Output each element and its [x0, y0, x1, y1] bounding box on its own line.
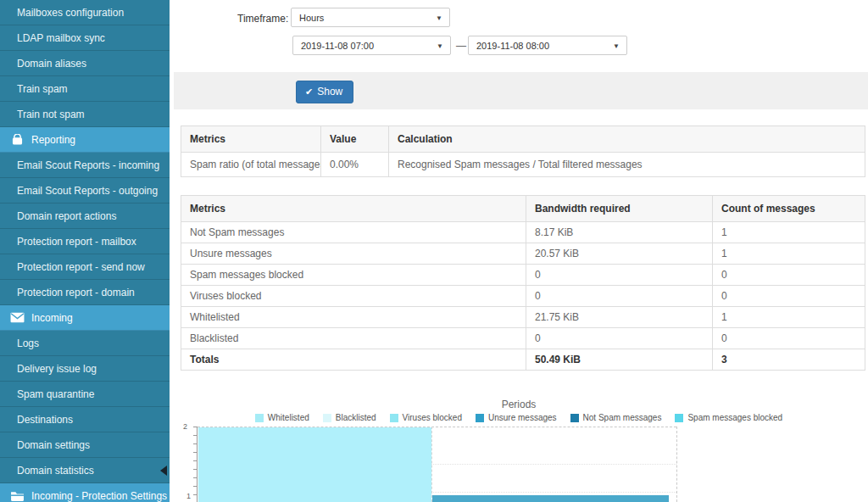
sidebar-item-email-scout-reports-incoming[interactable]: Email Scout Reports - incoming	[0, 153, 170, 178]
legend-item[interactable]: Not Spam messages	[570, 413, 662, 422]
table-cell: 0	[713, 328, 865, 349]
y-axis-tick	[193, 452, 197, 453]
y-axis	[197, 427, 198, 502]
sidebar-item-reporting[interactable]: Reporting	[0, 127, 170, 153]
sidebar-item-label: Mailboxes configuration	[17, 7, 124, 19]
date-from-select[interactable]: 2019-11-08 07:00 ▼	[292, 36, 451, 55]
legend-swatch	[390, 414, 398, 422]
sidebar-item-ldap-mailbox-sync[interactable]: LDAP mailbox sync	[0, 25, 170, 51]
sidebar-item-email-scout-reports-outgoing[interactable]: Email Scout Reports - outgoing	[0, 178, 170, 204]
legend-item[interactable]: Unsure messages	[476, 413, 557, 422]
sidebar-item-domain-settings[interactable]: Domain settings	[0, 432, 170, 458]
column-header: Metrics	[181, 126, 321, 153]
sidebar-item-label: Protection report - mailbox	[17, 236, 136, 248]
collapse-left-icon[interactable]	[160, 466, 167, 476]
sidebar-item-delivery-issue-log[interactable]: Delivery issue log	[0, 356, 170, 382]
table-cell: 0	[526, 328, 713, 349]
legend-label: Spam messages blocked	[687, 413, 782, 422]
y-axis-tick	[193, 427, 197, 427]
legend-swatch	[323, 414, 331, 422]
table-cell: 50.49 KiB	[526, 349, 713, 371]
sidebar: Mailboxes configurationLDAP mailbox sync…	[0, 0, 170, 502]
reports-icon	[10, 134, 25, 145]
sidebar-item-incoming[interactable]: Incoming	[0, 305, 170, 331]
table-row: Totals50.49 KiB3	[181, 349, 865, 371]
column-header: Bandwidth required	[526, 196, 713, 222]
table-cell: 20.57 KiB	[526, 243, 713, 265]
y-axis-tick	[193, 460, 197, 461]
sidebar-item-domain-statistics[interactable]: Domain statistics	[0, 458, 170, 483]
y-axis-tick	[193, 435, 197, 436]
main-content: Timeframe: Hours ▼ 2019-11-08 07:00 ▼ — …	[170, 0, 868, 502]
y-axis-tick	[193, 486, 197, 487]
sidebar-item-label: Domain settings	[17, 439, 90, 451]
sidebar-item-train-spam[interactable]: Train spam	[0, 76, 170, 102]
sidebar-item-label: Domain report actions	[17, 210, 116, 222]
sidebar-item-logs[interactable]: Logs	[0, 331, 170, 356]
legend-label: Viruses blocked	[403, 413, 462, 422]
sidebar-item-spam-quarantine[interactable]: Spam quarantine	[0, 382, 170, 407]
y-axis-tick-label: 2	[183, 422, 187, 431]
date-to-value: 2019-11-08 08:00	[476, 41, 549, 51]
sidebar-item-label: Delivery issue log	[17, 363, 97, 375]
table-row: Not Spam messages8.17 KiB1	[181, 222, 865, 243]
table-cell: 1	[713, 243, 865, 265]
sidebar-item-train-not-spam[interactable]: Train not spam	[0, 102, 170, 127]
sidebar-item-label: Email Scout Reports - outgoing	[17, 185, 158, 197]
y-axis-tick	[193, 469, 197, 470]
table-cell: Blacklisted	[181, 328, 526, 349]
y-axis-tick	[193, 494, 197, 495]
chevron-down-icon: ▼	[613, 42, 620, 50]
column-header: Metrics	[181, 196, 526, 222]
show-button[interactable]: ✔ Show	[296, 81, 353, 103]
legend-label: Not Spam messages	[583, 413, 662, 422]
periods-chart: Periods WhitelistedBlacklistedViruses bl…	[170, 388, 868, 502]
sidebar-item-label: Incoming - Protection Settings	[31, 490, 167, 502]
table-cell: Spam ratio (of total messages)	[181, 153, 321, 177]
timeframe-select[interactable]: Hours ▼	[291, 8, 450, 27]
legend-label: Blacklisted	[336, 413, 376, 422]
timeframe-label: Timeframe:	[237, 13, 288, 25]
sidebar-item-protection-report-domain[interactable]: Protection report - domain	[0, 280, 170, 305]
sidebar-item-protection-report-send-now[interactable]: Protection report - send now	[0, 254, 170, 280]
sidebar-item-label: Reporting	[31, 134, 75, 146]
legend-item[interactable]: Blacklisted	[323, 413, 376, 422]
legend-item[interactable]: Viruses blocked	[390, 413, 462, 422]
table-row: Viruses blocked00	[181, 286, 865, 307]
table-cell: 21.75 KiB	[526, 307, 713, 328]
table-row: Spam ratio (of total messages)0.00%Recog…	[181, 153, 865, 177]
legend-swatch	[675, 414, 683, 422]
sidebar-item-label: Domain aliases	[17, 58, 86, 70]
chart-title: Periods	[170, 399, 868, 410]
sidebar-item-label: Train spam	[17, 83, 68, 95]
legend-item[interactable]: Spam messages blocked	[675, 413, 782, 422]
plot-period-divider	[431, 427, 432, 502]
table-row: Blacklisted00	[181, 328, 865, 349]
table-cell: 0	[713, 286, 865, 307]
sidebar-item-label: Protection report - send now	[17, 261, 145, 273]
sidebar-item-label: Protection report - domain	[17, 287, 135, 298]
sidebar-item-domain-report-actions[interactable]: Domain report actions	[0, 204, 170, 229]
sidebar-item-mailboxes-configuration[interactable]: Mailboxes configuration	[0, 0, 170, 25]
legend-label: Unsure messages	[488, 413, 557, 422]
sidebar-item-destinations[interactable]: Destinations	[0, 407, 170, 432]
chart-bar-period2[interactable]	[432, 495, 669, 502]
folder-icon	[10, 490, 25, 501]
chart-bar-period1[interactable]	[198, 427, 431, 502]
legend-swatch	[255, 414, 264, 422]
date-to-select[interactable]: 2019-11-08 08:00 ▼	[468, 36, 627, 55]
sidebar-item-domain-aliases[interactable]: Domain aliases	[0, 51, 170, 76]
table-cell: Whitelisted	[181, 307, 526, 328]
messages-table: MetricsBandwidth requiredCount of messag…	[181, 195, 865, 371]
table-row: Whitelisted21.75 KiB1	[181, 307, 865, 328]
chevron-down-icon: ▼	[437, 42, 443, 50]
sidebar-item-label: Domain statistics	[17, 465, 94, 477]
table-row: Unsure messages20.57 KiB1	[181, 243, 865, 265]
y-axis-tick-label: 1	[186, 492, 191, 500]
table-cell: 1	[713, 222, 865, 243]
sidebar-item-incoming-protection-settings[interactable]: Incoming - Protection Settings	[0, 483, 170, 502]
legend-item[interactable]: Whitelisted	[255, 413, 309, 422]
sidebar-item-protection-report-mailbox[interactable]: Protection report - mailbox	[0, 229, 170, 254]
table-cell: Viruses blocked	[181, 286, 526, 307]
chevron-down-icon: ▼	[436, 14, 442, 22]
